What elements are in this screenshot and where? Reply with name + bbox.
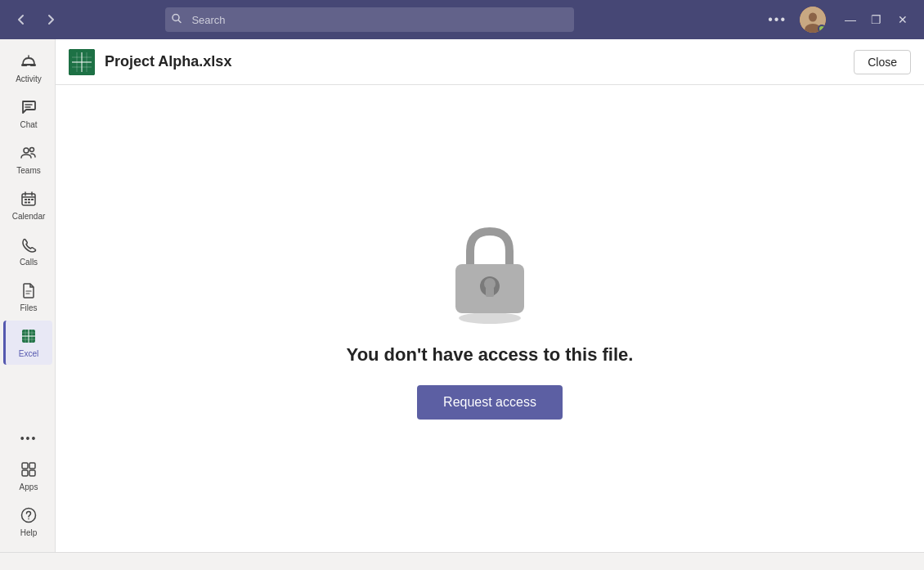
more-options-button[interactable]: ••• [761,9,793,30]
sidebar-item-chat-label: Chat [20,120,37,129]
search-bar [165,7,574,32]
svg-line-1 [179,20,182,23]
svg-point-11 [30,148,34,152]
sidebar-item-excel-label: Excel [19,349,38,358]
sidebar-item-apps-label: Apps [20,482,38,491]
maximize-button[interactable]: ❐ [865,8,888,31]
sidebar: Activity Chat T [0,39,56,552]
back-button[interactable] [10,10,33,29]
search-icon [172,14,182,26]
apps-icon [20,460,38,481]
calendar-icon [20,190,38,210]
file-title: Project Alpha.xlsx [105,53,854,70]
svg-rect-17 [28,199,30,200]
lock-icon [441,218,539,325]
files-icon [20,281,38,302]
help-icon [20,506,38,527]
sidebar-item-help[interactable]: Help [3,500,52,544]
forward-button[interactable] [39,10,62,29]
sidebar-item-teams[interactable]: Teams [3,137,52,182]
sidebar-item-chat[interactable]: Chat [3,92,52,136]
sidebar-item-calls-label: Calls [20,258,38,267]
close-file-button[interactable]: Close [854,50,911,74]
chat-icon [20,98,38,119]
sidebar-item-files[interactable]: Files [3,275,52,319]
sidebar-item-activity[interactable]: Activity [3,46,52,90]
activity-icon [20,52,38,73]
svg-rect-16 [25,199,27,200]
sidebar-item-calendar-label: Calendar [12,212,46,221]
calls-icon [20,236,38,256]
svg-point-34 [22,509,36,523]
search-input[interactable] [165,7,574,32]
sidebar-item-calendar[interactable]: Calendar [3,183,52,227]
svg-point-3 [809,13,817,22]
svg-rect-31 [29,463,35,469]
sidebar-item-files-label: Files [20,303,37,312]
avatar[interactable] [800,7,826,33]
svg-rect-50 [486,287,494,297]
avatar-status [818,25,826,33]
window-controls: — ❐ ✕ [839,8,914,31]
sidebar-item-more[interactable]: ••• [3,426,52,452]
window-close-button[interactable]: ✕ [891,8,914,31]
titlebar: ••• — ❐ ✕ [0,0,924,39]
nav-buttons [10,10,62,29]
sidebar-item-apps[interactable]: Apps [3,454,52,498]
request-access-button[interactable]: Request access [417,385,563,420]
teams-icon [20,144,38,164]
svg-point-10 [24,148,29,153]
main-wrap: Activity Chat T [0,39,924,552]
file-header: Project Alpha.xlsx Close [56,39,924,85]
file-excel-icon [69,49,95,75]
excel-icon [20,327,38,348]
svg-point-46 [459,312,521,324]
status-bar [0,552,924,570]
svg-rect-19 [25,202,27,204]
svg-rect-18 [31,199,34,200]
sidebar-item-calls[interactable]: Calls [3,229,52,273]
svg-rect-32 [22,470,28,476]
svg-rect-33 [29,470,35,476]
sidebar-item-activity-label: Activity [16,74,42,83]
lock-area: You don't have access to this file. Requ… [56,85,924,552]
titlebar-right: ••• — ❐ ✕ [761,7,914,33]
svg-rect-30 [22,463,28,469]
svg-point-35 [28,518,29,520]
content-area: Project Alpha.xlsx Close You don't have … [56,39,924,552]
sidebar-item-excel[interactable]: Excel [3,321,52,365]
more-icon: ••• [20,433,38,444]
error-message: You don't have access to this file. [347,344,634,366]
svg-point-0 [173,15,179,21]
sidebar-item-help-label: Help [20,528,38,537]
minimize-button[interactable]: — [839,8,862,31]
svg-rect-20 [28,202,30,204]
sidebar-item-teams-label: Teams [16,166,40,175]
